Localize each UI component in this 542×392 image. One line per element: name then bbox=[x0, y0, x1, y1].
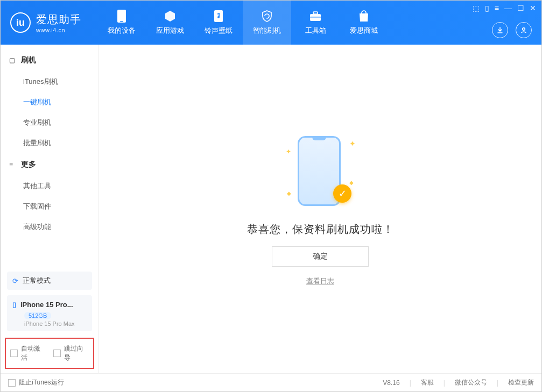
checkbox-icon bbox=[8, 379, 16, 387]
main-content: ✓ ✦ ✦ ◆ ◆ 恭喜您，保资料刷机成功啦！ 确定 查看日志 bbox=[99, 45, 541, 373]
sidebar-item-advanced[interactable]: 高级功能 bbox=[1, 217, 98, 237]
nav-my-device[interactable]: 我的设备 bbox=[97, 1, 146, 45]
sparkle-icon: ✦ bbox=[286, 148, 291, 155]
nav-ringtones[interactable]: 铃声壁纸 bbox=[194, 1, 243, 45]
nav-apps[interactable]: 应用游戏 bbox=[146, 1, 194, 45]
separator: | bbox=[497, 379, 498, 387]
support-link[interactable]: 客服 bbox=[421, 378, 434, 387]
svg-rect-0 bbox=[117, 10, 126, 23]
ok-button[interactable]: 确定 bbox=[272, 246, 369, 267]
svg-point-6 bbox=[523, 28, 525, 31]
sparkle-icon: ◆ bbox=[349, 180, 354, 186]
sparkle-icon: ✦ bbox=[349, 139, 356, 148]
list-icon: ≡ bbox=[9, 161, 17, 168]
sidebar-item-pro-flash[interactable]: 专业刷机 bbox=[1, 112, 98, 133]
sidebar-item-download-firmware[interactable]: 下载固件 bbox=[1, 196, 98, 217]
sidebar-group-more[interactable]: ≡ 更多 bbox=[1, 153, 98, 176]
window-controls: ⬚ ▯ ≡ — ☐ ✕ bbox=[473, 4, 536, 12]
phone-small-icon: ▯ bbox=[12, 301, 16, 309]
top-nav: 我的设备 应用游戏 铃声壁纸 智能刷机 工具箱 爱思商城 bbox=[97, 1, 388, 45]
nav-toolbox[interactable]: 工具箱 bbox=[291, 1, 340, 45]
nav-label: 智能刷机 bbox=[253, 26, 281, 35]
logo-icon: iu bbox=[10, 12, 31, 33]
close-icon[interactable]: ✕ bbox=[530, 4, 536, 12]
auto-activate-option[interactable]: 自动激活 bbox=[10, 344, 46, 362]
flash-options-box: 自动激活 跳过向导 bbox=[5, 338, 94, 369]
svg-rect-5 bbox=[310, 17, 321, 18]
nav-flash[interactable]: 智能刷机 bbox=[243, 1, 291, 45]
storage-badge: 512GB bbox=[24, 312, 51, 319]
option-label: 自动激活 bbox=[21, 344, 46, 362]
bag-icon bbox=[357, 10, 370, 23]
svg-rect-1 bbox=[120, 21, 123, 22]
app-name: 爱思助手 bbox=[36, 12, 81, 27]
toolbox-icon bbox=[309, 10, 322, 23]
option-label: 跳过向导 bbox=[64, 344, 89, 362]
phone-link-icon[interactable]: ▯ bbox=[485, 4, 489, 12]
header-action-icons bbox=[492, 22, 532, 38]
group-title-label: 刷机 bbox=[21, 55, 36, 65]
nav-label: 我的设备 bbox=[108, 26, 136, 35]
device-card[interactable]: ▯ iPhone 15 Pro... 512GB iPhone 15 Pro M… bbox=[7, 295, 92, 331]
menu-icon[interactable]: ≡ bbox=[495, 4, 499, 12]
nav-store[interactable]: 爱思商城 bbox=[340, 1, 388, 45]
logo-block: iu 爱思助手 www.i4.cn bbox=[1, 1, 92, 45]
success-illustration: ✓ ✦ ✦ ◆ ◆ bbox=[288, 132, 353, 212]
checkbox-icon bbox=[53, 350, 61, 357]
check-update-link[interactable]: 检查更新 bbox=[508, 378, 534, 387]
device-small-icon: ▢ bbox=[9, 56, 17, 64]
success-message: 恭喜您，保资料刷机成功啦！ bbox=[247, 222, 394, 237]
group-title-label: 更多 bbox=[21, 160, 36, 169]
option-label: 阻止iTunes运行 bbox=[19, 378, 64, 387]
wechat-link[interactable]: 微信公众号 bbox=[455, 378, 487, 387]
music-note-icon bbox=[212, 10, 225, 23]
sidebar-item-itunes-flash[interactable]: iTunes刷机 bbox=[1, 72, 98, 92]
nav-label: 应用游戏 bbox=[156, 26, 184, 35]
svg-rect-4 bbox=[313, 12, 318, 14]
check-badge-icon: ✓ bbox=[333, 184, 351, 203]
download-button[interactable] bbox=[492, 22, 508, 38]
sidebar-group-flash[interactable]: ▢ 刷机 bbox=[1, 49, 98, 72]
footer-bar: 阻止iTunes运行 V8.16 | 客服 | 微信公众号 | 检查更新 bbox=[1, 373, 541, 391]
sidebar: ▢ 刷机 iTunes刷机 一键刷机 专业刷机 批量刷机 ≡ 更多 其他工具 下… bbox=[1, 45, 99, 373]
phone-icon bbox=[115, 10, 128, 23]
skip-wizard-option[interactable]: 跳过向导 bbox=[53, 344, 89, 362]
refresh-shield-icon bbox=[261, 10, 273, 23]
nav-label: 铃声壁纸 bbox=[205, 26, 233, 35]
app-url: www.i4.cn bbox=[36, 27, 81, 33]
mode-label: 正常模式 bbox=[23, 276, 51, 286]
sidebar-item-oneclick-flash[interactable]: 一键刷机 bbox=[1, 92, 98, 112]
user-button[interactable] bbox=[516, 22, 532, 38]
device-full-name: iPhone 15 Pro Max bbox=[24, 320, 87, 327]
app-header: iu 爱思助手 www.i4.cn 我的设备 应用游戏 铃声壁纸 智能刷机 bbox=[1, 1, 541, 45]
cube-icon bbox=[164, 10, 177, 23]
nav-label: 爱思商城 bbox=[350, 26, 378, 35]
separator: | bbox=[410, 379, 411, 387]
view-log-link[interactable]: 查看日志 bbox=[306, 276, 334, 286]
minimize-icon[interactable]: — bbox=[504, 4, 512, 12]
maximize-icon[interactable]: ☐ bbox=[517, 4, 524, 12]
device-mode-bar[interactable]: ⟳ 正常模式 bbox=[7, 272, 92, 290]
version-label: V8.16 bbox=[383, 379, 399, 387]
nav-label: 工具箱 bbox=[305, 26, 326, 35]
skin-icon[interactable]: ⬚ bbox=[473, 4, 480, 12]
sidebar-item-batch-flash[interactable]: 批量刷机 bbox=[1, 133, 98, 153]
checkbox-icon bbox=[10, 350, 18, 357]
block-itunes-option[interactable]: 阻止iTunes运行 bbox=[8, 378, 64, 387]
sparkle-icon: ◆ bbox=[287, 190, 291, 196]
device-name: iPhone 15 Pro... bbox=[20, 301, 73, 309]
separator: | bbox=[444, 379, 445, 387]
sidebar-item-other-tools[interactable]: 其他工具 bbox=[1, 176, 98, 196]
refresh-icon: ⟳ bbox=[12, 277, 18, 285]
